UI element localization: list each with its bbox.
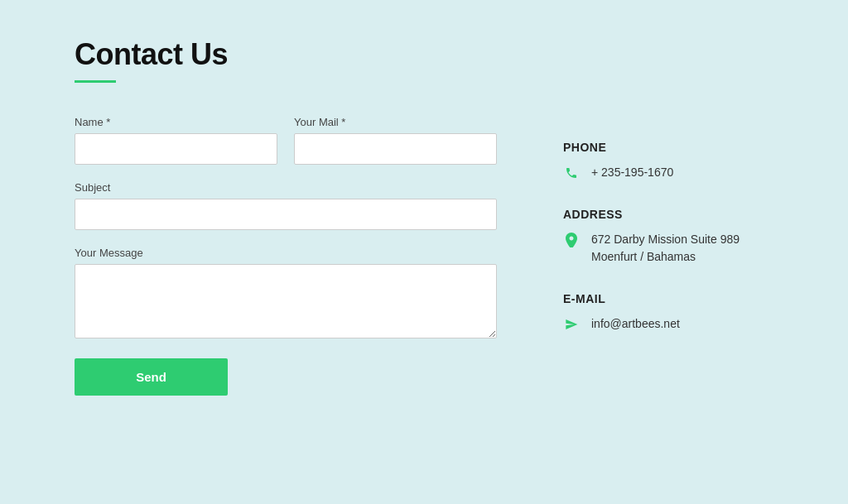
address-text: 672 Darby Mission Suite 989 Moenfurt / B… <box>591 231 740 266</box>
mail-input[interactable] <box>294 133 497 165</box>
email-section: E-MAIL info@artbees.net <box>563 292 745 333</box>
address-section: ADDRESS 672 Darby Mission Suite 989 Moen… <box>563 208 745 266</box>
form-group-mail: Your Mail * <box>294 116 497 165</box>
page-title: Contact Us <box>75 37 773 72</box>
send-button[interactable]: Send <box>75 358 228 396</box>
name-input[interactable] <box>75 133 277 165</box>
contact-form: Name * Your Mail * Subject Your Message … <box>75 116 497 396</box>
address-section-title: ADDRESS <box>563 208 745 221</box>
form-group-subject: Subject <box>75 181 497 230</box>
contact-layout: Name * Your Mail * Subject Your Message … <box>75 116 773 396</box>
name-label: Name * <box>75 116 277 128</box>
contact-info: PHONE + 235-195-1670 ADDRESS <box>563 116 745 359</box>
email-item: info@artbees.net <box>563 315 745 333</box>
email-icon <box>563 316 580 333</box>
subject-label: Subject <box>75 181 497 194</box>
form-row-name-mail: Name * Your Mail * <box>75 116 497 165</box>
email-address: info@artbees.net <box>591 315 680 333</box>
phone-section: PHONE + 235-195-1670 <box>563 141 745 181</box>
address-item: 672 Darby Mission Suite 989 Moenfurt / B… <box>563 231 745 266</box>
title-underline <box>75 80 116 83</box>
email-section-title: E-MAIL <box>563 292 745 305</box>
address-line2: Moenfurt / Bahamas <box>591 250 696 263</box>
phone-number: + 235-195-1670 <box>591 164 673 181</box>
subject-input[interactable] <box>75 199 497 230</box>
phone-section-title: PHONE <box>563 141 745 154</box>
form-group-name: Name * <box>75 116 277 165</box>
address-line1: 672 Darby Mission Suite 989 <box>591 233 740 246</box>
message-textarea[interactable] <box>75 264 497 338</box>
message-label: Your Message <box>75 247 497 259</box>
phone-item: + 235-195-1670 <box>563 164 745 181</box>
location-icon <box>563 232 580 248</box>
page-wrapper: Contact Us Name * Your Mail * Subject Yo… <box>0 0 848 504</box>
mail-label: Your Mail * <box>294 116 497 128</box>
form-group-message: Your Message <box>75 247 497 338</box>
phone-icon <box>563 165 580 181</box>
